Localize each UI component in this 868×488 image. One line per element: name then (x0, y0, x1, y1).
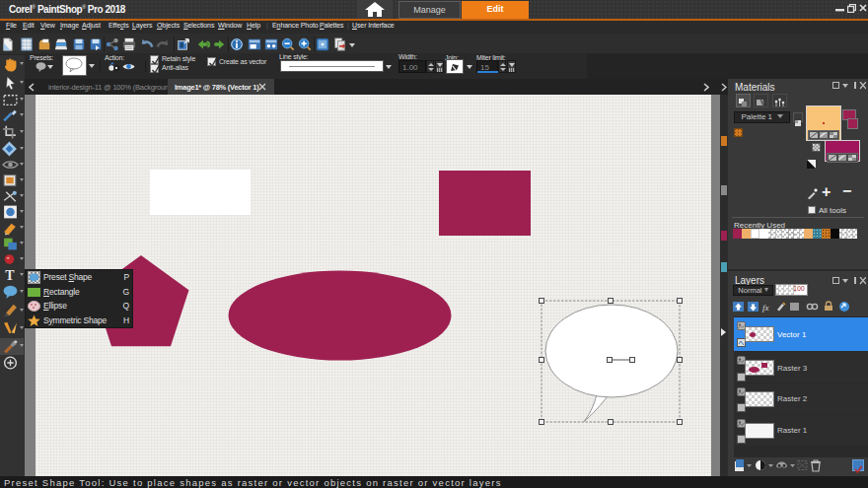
svg-text:T: T (5, 268, 14, 283)
svg-text:fx: fx (762, 303, 769, 313)
